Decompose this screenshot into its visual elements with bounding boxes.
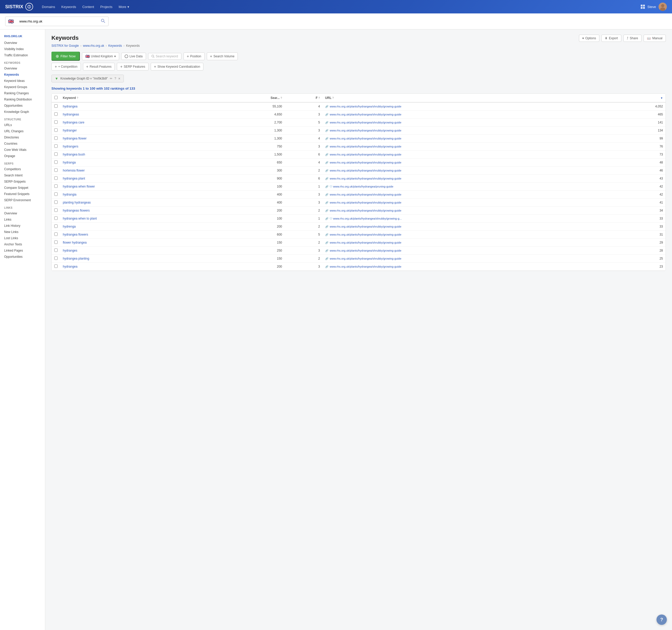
- th-score[interactable]: ▼: [614, 94, 666, 102]
- row-url[interactable]: 🔗 www.rhs.org.uk/plants/hydrangea/shrubb…: [322, 143, 614, 151]
- sidebar-item-keyword-ideas[interactable]: Keyword Ideas: [0, 78, 45, 84]
- sidebar-item-serp-snippets[interactable]: SERP-Snippets: [0, 178, 45, 185]
- search-input[interactable]: [16, 17, 98, 25]
- row-url[interactable]: 🔗 www.rhs.org.uk/plants/hydrangea/shrubb…: [322, 199, 614, 207]
- row-keyword[interactable]: hydrangea plant: [60, 175, 218, 183]
- row-checkbox[interactable]: [54, 232, 58, 236]
- row-checkbox[interactable]: [54, 152, 58, 156]
- breadcrumb-domain[interactable]: www.rhs.org.uk: [83, 44, 104, 48]
- search-info-icon[interactable]: ?: [281, 97, 282, 99]
- search-button[interactable]: [98, 17, 108, 26]
- row-checkbox[interactable]: [54, 128, 58, 132]
- position-filter-button[interactable]: + Position: [184, 52, 205, 60]
- breadcrumb-keywords[interactable]: Keywords: [108, 44, 122, 48]
- position-info-icon[interactable]: ?: [318, 97, 320, 99]
- serp-features-filter-button[interactable]: + SERP Features: [117, 63, 148, 71]
- row-url[interactable]: 🔗 www.rhs.org.uk/plants/hydrangea/shrubb…: [322, 127, 614, 134]
- sidebar-item-lost-links[interactable]: Lost Links: [0, 235, 45, 241]
- sidebar-item-anchor-texts[interactable]: Anchor Texts: [0, 241, 45, 248]
- grid-icon[interactable]: [641, 5, 645, 9]
- sidebar-item-links[interactable]: Links: [0, 217, 45, 223]
- row-keyword[interactable]: hydrangea: [60, 102, 218, 110]
- help-filter-button[interactable]: ?: [115, 77, 116, 80]
- data-mode-button[interactable]: Live Data: [121, 53, 146, 60]
- share-button[interactable]: ⤴ Share: [623, 34, 642, 42]
- sidebar-item-competitors[interactable]: Competitors: [0, 166, 45, 172]
- country-filter-button[interactable]: 🇬🇧 United Kingdom ▾: [82, 52, 119, 60]
- sidebar-item-keywords-overview[interactable]: Overview: [0, 65, 45, 72]
- sidebar-item-core-web-vitals[interactable]: Core Web Vitals: [0, 147, 45, 153]
- row-checkbox[interactable]: [54, 176, 58, 180]
- help-button[interactable]: ?: [656, 614, 667, 625]
- user-name[interactable]: Steve: [647, 5, 656, 9]
- avatar[interactable]: [658, 3, 667, 11]
- row-keyword[interactable]: hydrangeas: [60, 110, 218, 119]
- sidebar-item-ranking-distribution[interactable]: Ranking Distribution: [0, 96, 45, 103]
- sidebar-item-ranking-changes[interactable]: Ranking Changes: [0, 90, 45, 96]
- row-keyword[interactable]: hydranges: [60, 247, 218, 255]
- row-keyword[interactable]: hydrangers: [60, 143, 218, 151]
- row-url[interactable]: 🔗 www.rhs.org.uk/plants/hydrangea/shrubb…: [322, 167, 614, 175]
- nav-more[interactable]: More ▾: [116, 3, 132, 10]
- row-checkbox[interactable]: [54, 241, 58, 244]
- edit-filter-button[interactable]: ✏: [110, 77, 113, 80]
- row-keyword[interactable]: hydrangeas flowers: [60, 207, 218, 215]
- row-checkbox[interactable]: [54, 112, 58, 116]
- nav-content[interactable]: Content: [80, 3, 97, 10]
- row-url[interactable]: 🔗 www.rhs.org.uk/plants/hydrangea/shrubb…: [322, 239, 614, 247]
- th-position[interactable]: F ?: [285, 94, 322, 102]
- row-url[interactable]: 🔗 www.rhs.org.uk/plants/hydrangea/shrubb…: [322, 223, 614, 231]
- row-keyword[interactable]: flower hydrangea: [60, 239, 218, 247]
- row-url[interactable]: 🔗 www.rhs.org.uk/plants/hydrangea/shrubb…: [322, 151, 614, 158]
- row-keyword[interactable]: hydrenga: [60, 223, 218, 231]
- nav-keywords[interactable]: Keywords: [59, 3, 78, 10]
- sidebar-item-featured-snippets[interactable]: Featured Snippets: [0, 191, 45, 197]
- row-keyword[interactable]: hydrangea when flower: [60, 183, 218, 191]
- sidebar-item-serp-environment[interactable]: SERP Environment: [0, 197, 45, 203]
- search-volume-filter-button[interactable]: + Search Volume: [207, 52, 238, 60]
- row-keyword[interactable]: hydranga: [60, 158, 218, 167]
- options-button[interactable]: ▾ Options: [579, 34, 599, 42]
- th-url[interactable]: URL ?: [322, 94, 614, 102]
- sidebar-item-traffic-estimation[interactable]: Traffic Estimation: [0, 52, 45, 58]
- sidebar-item-url-changes[interactable]: URL Changes: [0, 128, 45, 134]
- row-url[interactable]: 🔗 www.rhs.org.uk/plants/hydrangea/shrubb…: [322, 247, 614, 255]
- row-checkbox[interactable]: [54, 217, 58, 220]
- row-checkbox[interactable]: [54, 184, 58, 188]
- row-checkbox[interactable]: [54, 249, 58, 252]
- row-checkbox[interactable]: [54, 160, 58, 164]
- select-all-checkbox[interactable]: [54, 96, 58, 99]
- remove-filter-button[interactable]: ×: [118, 76, 120, 81]
- nav-domains[interactable]: Domains: [39, 3, 58, 10]
- search-keyword-filter[interactable]: Search keyword: [148, 53, 182, 60]
- row-url[interactable]: 🔗 🛡 www.rhs.org.uk/plants/hydrangea/shru…: [322, 215, 614, 223]
- sidebar-item-urls[interactable]: URLs: [0, 122, 45, 128]
- row-keyword[interactable]: hydrangea: [60, 263, 218, 271]
- sidebar-item-keyword-groups[interactable]: Keyword Groups: [0, 84, 45, 90]
- row-url[interactable]: 🔗 www.rhs.org.uk/plants/hydrangea/shrubb…: [322, 255, 614, 263]
- sidebar-item-visibility-index[interactable]: Visibility Index: [0, 46, 45, 52]
- export-button[interactable]: ⬇ Export: [601, 34, 621, 42]
- row-url[interactable]: 🔗 www.rhs.org.uk/plants/hydrangea/shrubb…: [322, 119, 614, 127]
- sidebar-item-directories[interactable]: Directories: [0, 134, 45, 141]
- row-checkbox[interactable]: [54, 208, 58, 212]
- row-keyword[interactable]: hydrangia: [60, 191, 218, 199]
- filter-now-button[interactable]: ⊕ Filter Now: [51, 52, 80, 61]
- row-keyword[interactable]: hydrangea care: [60, 119, 218, 127]
- th-search-volume[interactable]: Sear... ?: [218, 94, 285, 102]
- sidebar-item-opportunities[interactable]: Opportunities: [0, 103, 45, 109]
- result-features-filter-button[interactable]: + Result Features: [83, 63, 115, 71]
- logo[interactable]: SISTRIX: [5, 3, 33, 10]
- row-url[interactable]: 🔗 www.rhs.org.uk/plants/hydrangea/shrubb…: [322, 207, 614, 215]
- row-keyword[interactable]: hydranger: [60, 127, 218, 134]
- row-checkbox[interactable]: [54, 120, 58, 124]
- country-flag-button[interactable]: 🇬🇧: [5, 19, 16, 24]
- row-checkbox[interactable]: [54, 104, 58, 108]
- row-keyword[interactable]: planting hydrangeas: [60, 199, 218, 207]
- row-url[interactable]: 🔗 www.rhs.org.uk/plants/hydrangea/shrubb…: [322, 175, 614, 183]
- row-checkbox[interactable]: [54, 200, 58, 204]
- row-url[interactable]: 🔗 www.rhs.org.uk/plants/hydrangea/shrubb…: [322, 110, 614, 119]
- url-info-icon[interactable]: ?: [332, 97, 334, 99]
- nav-projects[interactable]: Projects: [98, 3, 115, 10]
- row-checkbox[interactable]: [54, 256, 58, 260]
